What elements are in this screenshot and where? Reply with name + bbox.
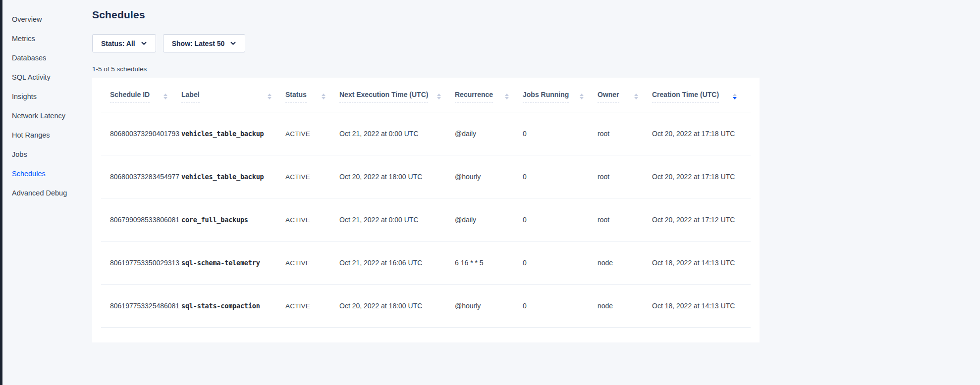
sort-up-arrow xyxy=(634,94,638,96)
sort-down-arrow xyxy=(634,97,638,99)
show-filter-dropdown[interactable]: Show: Latest 50 xyxy=(163,34,246,52)
cell-owner: root xyxy=(598,216,652,224)
sort-icon[interactable] xyxy=(580,94,584,99)
column-header-owner[interactable]: Owner xyxy=(598,91,652,102)
cell-label: vehicles_table_backup xyxy=(181,173,285,181)
sort-icon[interactable] xyxy=(733,94,737,99)
sidebar-item-insights[interactable]: Insights xyxy=(2,87,92,106)
sort-up-arrow xyxy=(733,94,737,96)
chevron-down-icon xyxy=(141,40,147,47)
table-row[interactable]: 806197753325486081 sql-stats-compaction … xyxy=(101,285,751,328)
cell-jobs-running: 0 xyxy=(523,216,598,224)
sidebar-item-metrics[interactable]: Metrics xyxy=(2,29,92,48)
column-header-creation-time-utc[interactable]: Creation Time (UTC) xyxy=(652,91,751,102)
cell-next-execution: Oct 20, 2022 at 18:00 UTC xyxy=(339,302,455,310)
sidebar-item-hot-ranges[interactable]: Hot Ranges xyxy=(2,126,92,145)
sort-up-arrow xyxy=(505,94,509,96)
sort-icon[interactable] xyxy=(505,94,509,99)
cell-status: ACTIVE xyxy=(285,302,339,310)
table-row[interactable]: 806800373290401793 vehicles_table_backup… xyxy=(101,112,751,155)
cell-recurrence: 6 16 * * 5 xyxy=(455,259,523,267)
cell-jobs-running: 0 xyxy=(523,173,598,181)
column-header-label: Label xyxy=(181,91,200,102)
column-header-label: Jobs Running xyxy=(523,91,569,102)
sidebar-item-network-latency[interactable]: Network Latency xyxy=(2,106,92,126)
cell-next-execution: Oct 21, 2022 at 0:00 UTC xyxy=(339,130,455,138)
cell-status: ACTIVE xyxy=(285,130,339,138)
table-row[interactable]: 806800373283454977 vehicles_table_backup… xyxy=(101,155,751,198)
cell-schedule-id: 806197753350029313 xyxy=(101,259,181,267)
cell-jobs-running: 0 xyxy=(523,130,598,138)
sidebar-item-databases[interactable]: Databases xyxy=(2,48,92,68)
app-root: OverviewMetricsDatabasesSQL ActivityInsi… xyxy=(0,0,980,385)
sort-icon[interactable] xyxy=(634,94,638,99)
cell-label: vehicles_table_backup xyxy=(181,130,285,138)
column-header-next-execution-time-utc[interactable]: Next Execution Time (UTC) xyxy=(339,91,455,102)
cell-next-execution: Oct 21, 2022 at 0:00 UTC xyxy=(339,216,455,224)
cell-next-execution: Oct 20, 2022 at 18:00 UTC xyxy=(339,173,455,181)
table-body: 806800373290401793 vehicles_table_backup… xyxy=(92,112,760,328)
sidebar-item-schedules[interactable]: Schedules xyxy=(2,164,92,184)
cell-owner: node xyxy=(598,259,652,267)
column-header-label: Creation Time (UTC) xyxy=(652,91,719,102)
cell-schedule-id: 806800373283454977 xyxy=(101,173,181,181)
table-header-row: Schedule ID Label Status Next Execution … xyxy=(101,78,751,112)
column-header-label: Next Execution Time (UTC) xyxy=(339,91,428,102)
sort-up-arrow xyxy=(268,94,272,96)
cell-label: sql-stats-compaction xyxy=(181,302,285,310)
cell-status: ACTIVE xyxy=(285,259,339,267)
column-header-recurrence[interactable]: Recurrence xyxy=(455,91,523,102)
cell-recurrence: @daily xyxy=(455,130,523,138)
sort-up-arrow xyxy=(580,94,584,96)
table-row[interactable]: 806799098533806081 core_full_backups ACT… xyxy=(101,198,751,241)
cell-jobs-running: 0 xyxy=(523,302,598,310)
cell-schedule-id: 806197753325486081 xyxy=(101,302,181,310)
sidebar-item-sql-activity[interactable]: SQL Activity xyxy=(2,68,92,87)
cell-label: sql-schema-telemetry xyxy=(181,259,285,267)
column-header-label: Schedule ID xyxy=(110,91,150,102)
cell-next-execution: Oct 21, 2022 at 16:06 UTC xyxy=(339,259,455,267)
sort-down-arrow xyxy=(733,97,737,99)
status-filter-dropdown[interactable]: Status: All xyxy=(92,34,156,52)
cell-jobs-running: 0 xyxy=(523,259,598,267)
sort-icon[interactable] xyxy=(268,94,272,99)
sidebar-item-overview[interactable]: Overview xyxy=(2,10,92,29)
sidebar: OverviewMetricsDatabasesSQL ActivityInsi… xyxy=(2,0,92,385)
sort-down-arrow xyxy=(580,97,584,99)
cell-recurrence: @hourly xyxy=(455,302,523,310)
cell-schedule-id: 806800373290401793 xyxy=(101,130,181,138)
status-filter-label: Status: All xyxy=(101,40,135,48)
sort-icon[interactable] xyxy=(322,94,326,99)
sort-icon[interactable] xyxy=(437,94,441,99)
column-header-label: Recurrence xyxy=(455,91,493,102)
cell-status: ACTIVE xyxy=(285,173,339,181)
cell-creation-time: Oct 20, 2022 at 17:18 UTC xyxy=(652,130,751,138)
sort-up-arrow xyxy=(322,94,326,96)
cell-creation-time: Oct 20, 2022 at 17:18 UTC xyxy=(652,173,751,181)
cell-creation-time: Oct 18, 2022 at 14:13 UTC xyxy=(652,302,751,310)
sort-up-arrow xyxy=(163,94,167,96)
cell-owner: root xyxy=(598,130,652,138)
cell-recurrence: @hourly xyxy=(455,173,523,181)
sidebar-item-advanced-debug[interactable]: Advanced Debug xyxy=(2,184,92,203)
sort-down-arrow xyxy=(322,97,326,99)
sort-icon[interactable] xyxy=(163,94,167,99)
cell-recurrence: @daily xyxy=(455,216,523,224)
main-content: Schedules Status: All Show: Latest 50 1-… xyxy=(92,0,980,385)
column-header-schedule-id[interactable]: Schedule ID xyxy=(101,91,181,102)
cell-label: core_full_backups xyxy=(181,216,285,224)
chevron-down-icon xyxy=(230,40,236,47)
cell-creation-time: Oct 20, 2022 at 17:12 UTC xyxy=(652,216,751,224)
cell-owner: root xyxy=(598,173,652,181)
column-header-label: Status xyxy=(285,91,307,102)
column-header-label[interactable]: Label xyxy=(181,91,285,102)
column-header-status[interactable]: Status xyxy=(285,91,339,102)
sort-down-arrow xyxy=(437,97,441,99)
column-header-label: Owner xyxy=(598,91,619,102)
column-header-jobs-running[interactable]: Jobs Running xyxy=(523,91,598,102)
filters-bar: Status: All Show: Latest 50 xyxy=(92,34,980,52)
sidebar-item-jobs[interactable]: Jobs xyxy=(2,145,92,164)
show-filter-label: Show: Latest 50 xyxy=(172,40,225,48)
table-row[interactable]: 806197753350029313 sql-schema-telemetry … xyxy=(101,241,751,285)
sort-up-arrow xyxy=(437,94,441,96)
